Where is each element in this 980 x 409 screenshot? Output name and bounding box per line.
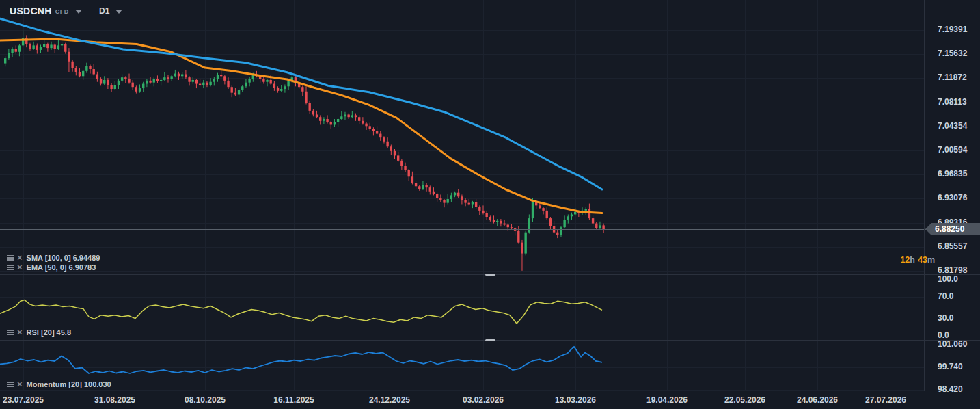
date-axis-label: 24.06.2026	[797, 395, 838, 405]
timeframe-label: D1	[99, 6, 109, 16]
rsi-legend-label: RSI [20] 45.8	[27, 328, 71, 337]
indicator-remove-icon[interactable]: ×	[17, 329, 23, 336]
sma100-line	[0, 18, 602, 189]
date-axis-label: 27.07.2026	[865, 395, 906, 405]
chart-window: USDCNH CFD D1 × SMA [100, 0] 6.94489 × E…	[0, 0, 980, 409]
axis-label: 70.0	[938, 291, 953, 301]
axis-label: 7.08113	[938, 97, 967, 107]
countdown-hours: 12	[900, 255, 910, 265]
bar-close-countdown: 12h43m	[882, 255, 935, 265]
legend-momentum: × Momentum [20] 100.030	[7, 380, 111, 388]
momentum-line	[0, 347, 602, 373]
axis-label: 7.15632	[938, 49, 967, 58]
candlestick-series	[4, 30, 605, 271]
indicator-settings-icon[interactable]	[7, 382, 14, 387]
indicator-settings-icon[interactable]	[7, 265, 14, 270]
sma-legend-label: SMA [100, 0] 6.94489	[27, 254, 100, 262]
chevron-down-icon	[75, 10, 82, 14]
date-axis-label: 13.03.2026	[555, 395, 596, 405]
indicator-remove-icon[interactable]: ×	[17, 254, 23, 261]
axis-label: 7.04354	[938, 121, 967, 131]
date-axis-label: 31.08.2025	[94, 395, 135, 405]
chevron-down-icon	[115, 10, 122, 14]
current-price-tag: 6.88250	[925, 223, 980, 235]
market-type-badge: CFD	[55, 8, 69, 15]
axis-label: 6.96835	[938, 169, 967, 179]
axis-label: 7.00594	[938, 145, 967, 155]
date-axis-label: 16.11.2025	[273, 395, 314, 405]
indicator-settings-icon[interactable]	[7, 255, 14, 261]
date-axis-label: 23.07.2025	[3, 395, 44, 405]
axis-label: 6.85557	[938, 241, 967, 251]
pane-separators	[0, 0, 980, 391]
axis-label: 99.740	[938, 362, 963, 371]
pane-resize-handle[interactable]	[485, 339, 495, 341]
chart-canvas[interactable]	[0, 0, 980, 409]
momentum-legend-label: Momentum [20] 100.030	[27, 380, 111, 388]
header-divider	[94, 3, 94, 17]
axis-label: 30.0	[938, 313, 953, 323]
countdown-minutes-unit: m	[927, 255, 935, 265]
timeframe-selector[interactable]: D1	[99, 5, 122, 17]
rsi-line	[0, 300, 602, 324]
symbol-selector[interactable]: USDCNH CFD	[10, 5, 82, 17]
pane-resize-handle[interactable]	[485, 274, 495, 276]
date-axis-label: 03.02.2026	[463, 395, 504, 405]
date-axis-label: 19.04.2026	[646, 395, 688, 405]
axis-label: 7.11872	[938, 72, 967, 82]
legend-ema: × EMA [50, 0] 6.90783	[7, 263, 96, 272]
axis-label: 6.81798	[938, 265, 967, 275]
axis-label: 101.060	[938, 339, 967, 349]
date-axis-label: 08.10.2025	[185, 395, 226, 405]
axis-label: 6.93076	[938, 193, 967, 202]
countdown-minutes: 43	[918, 255, 927, 265]
ema-legend-label: EMA [50, 0] 6.90783	[27, 263, 96, 272]
legend-rsi: × RSI [20] 45.8	[7, 328, 71, 337]
legend-sma: × SMA [100, 0] 6.94489	[7, 253, 100, 262]
symbol-name: USDCNH	[10, 5, 52, 16]
indicator-settings-icon[interactable]	[7, 330, 14, 335]
countdown-hours-unit: h	[910, 255, 915, 265]
axis-label: 98.420	[938, 384, 963, 394]
indicator-remove-icon[interactable]: ×	[17, 264, 23, 271]
axis-label: 0.0	[938, 330, 949, 340]
date-axis-label: 22.05.2026	[724, 395, 765, 405]
axis-label: 100.0	[938, 274, 958, 284]
date-axis-label: 24.12.2025	[369, 395, 410, 405]
indicator-remove-icon[interactable]: ×	[17, 381, 23, 388]
axis-label: 7.19391	[938, 25, 967, 34]
